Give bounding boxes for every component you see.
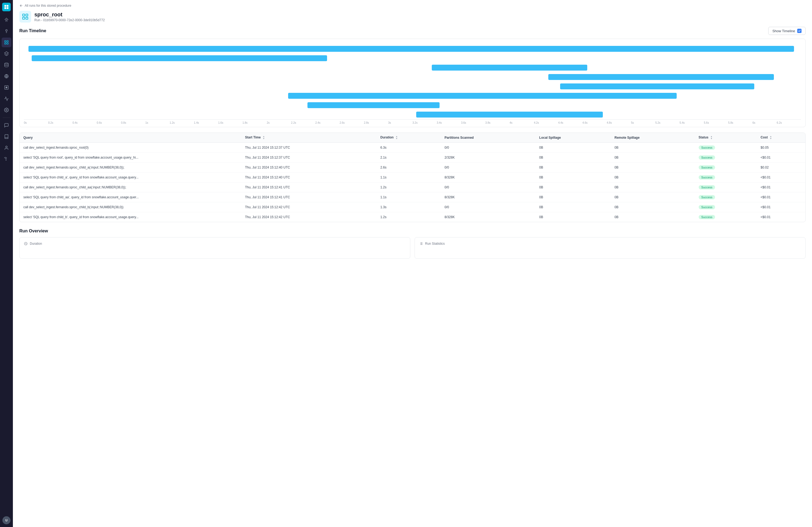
sidebar-item-building[interactable] [2,82,11,92]
cell-duration: 1.3s [377,202,441,212]
gantt-axis-label: 1.6s [218,121,243,124]
sidebar-item-book[interactable] [2,132,11,141]
cell-cost: <$0.01 [757,192,805,202]
table-row[interactable]: select 'SQL query from child_a', query_i… [19,172,805,182]
gantt-axis-label: 0s [24,121,48,124]
cell-partitions: 0/0 [441,202,535,212]
gantt-axis-label: 0.2s [48,121,72,124]
table-row[interactable]: call dev_select_ingest.fernando.sproc_ch… [19,163,805,172]
cell-cost: <$0.01 [757,202,805,212]
cell-local-spillage: 0B [535,182,611,192]
cell-remote-spillage: 0B [611,143,695,153]
col-start-time[interactable]: Start Time ▲▼ [241,133,376,143]
show-timeline-button[interactable]: Show Timeline [768,27,806,35]
col-status[interactable]: Status ▲▼ [695,133,757,143]
breadcrumb[interactable]: All runs for this stored procedure [19,4,806,7]
table-row[interactable]: call dev_select_ingest.fernando.sproc_ch… [19,202,805,212]
sidebar-item-home[interactable] [2,15,11,25]
gantt-axis-label: 5.4s [680,121,704,124]
cell-partitions: 0/0 [441,182,535,192]
cell-local-spillage: 0B [535,192,611,202]
svg-point-15 [6,160,6,161]
cell-query[interactable]: call dev_select_ingest.fernando.sproc_ch… [19,202,241,212]
gantt-bar[interactable] [307,102,439,108]
clock-icon [24,242,28,245]
table-row[interactable]: select 'SQL query from root', query_id f… [19,153,805,163]
sidebar-item-layers[interactable] [2,49,11,59]
svg-point-13 [6,109,7,111]
app-logo[interactable] [2,3,11,11]
table-row[interactable]: select 'SQL query from child_aa', query_… [19,192,805,202]
cell-start-time: Thu, Jul 11 2024 15:12:41 UTC [241,192,376,202]
timeline-checkbox[interactable] [797,29,801,33]
gantt-bar[interactable] [432,65,587,71]
table-row[interactable]: call dev_select_ingest.fernando.sproc_ch… [19,182,805,192]
cell-query[interactable]: select 'SQL query from child_b', query_i… [19,212,241,222]
cell-remote-spillage: 0B [611,202,695,212]
gantt-axis-label: 3.8s [485,121,509,124]
col-remote-spillage: Remote Spillage [611,133,695,143]
cell-status: Success [695,153,757,163]
svg-rect-1 [7,5,9,7]
sidebar-item-user[interactable] [2,143,11,153]
gantt-axis-label: 3.6s [461,121,485,124]
gantt-axis: 0s0.2s0.4s0.6s0.8s1s1.2s1.4s1.6s1.8s2s2.… [24,119,801,127]
cell-query[interactable]: select 'SQL query from root', query_id f… [19,153,241,163]
table-row[interactable]: call dev_select_ingest.fernando.sproc_ro… [19,143,805,153]
cell-query[interactable]: call dev_select_ingest.fernando.sproc_ro… [19,143,241,153]
gantt-axis-label: 4.2s [534,121,558,124]
gantt-bar[interactable] [32,55,327,61]
sproc-icon [22,13,29,20]
svg-point-14 [6,146,7,148]
col-cost[interactable]: Cost ▲▼ [757,133,805,143]
gantt-axis-label: 5s [631,121,655,124]
sidebar-item-settings[interactable] [2,105,11,115]
sidebar-item-dashboard[interactable] [2,37,11,47]
gantt-axis-label: 2.2s [291,121,315,124]
col-duration[interactable]: Duration ▲▼ [377,133,441,143]
table-body: call dev_select_ingest.fernando.sproc_ro… [19,143,805,222]
cell-start-time: Thu, Jul 11 2024 15:12:40 UTC [241,172,376,182]
cell-query[interactable]: select 'SQL query from child_aa', query_… [19,192,241,202]
svg-rect-20 [26,17,28,19]
gantt-bar[interactable] [560,84,755,89]
sidebar-item-activity[interactable] [2,94,11,104]
gantt-bar[interactable] [416,111,603,118]
page-subtitle: Run - 01b59970-0000-72e2-0000-3de910b5d7… [34,18,105,22]
svg-rect-8 [7,43,8,44]
svg-rect-2 [4,7,6,9]
cell-query[interactable]: select 'SQL query from child_a', query_i… [19,172,241,182]
gantt-axis-label: 4.4s [558,121,582,124]
breadcrumb-text: All runs for this stored procedure [25,4,71,7]
sidebar-item-chat[interactable] [2,120,11,130]
sidebar-item-signal[interactable] [2,154,11,164]
sidebar-item-lightbulb[interactable] [2,26,11,36]
table-row[interactable]: select 'SQL query from child_b', query_i… [19,212,805,222]
user-avatar[interactable]: U [2,516,11,524]
sidebar-item-database[interactable] [2,60,11,70]
gantt-axis-label: 3s [388,121,412,124]
gantt-bar[interactable] [548,74,773,80]
timeline-title: Run Timeline [19,28,46,33]
show-timeline-label: Show Timeline [772,29,795,33]
cell-status: Success [695,202,757,212]
gantt-bar[interactable] [288,93,677,99]
page-title: sproc_root [34,12,105,18]
svg-rect-3 [7,7,9,9]
gantt-axis-label: 4.8s [607,121,631,124]
gantt-axis-label: 1.4s [194,121,218,124]
svg-point-10 [4,63,8,64]
cell-query[interactable]: call dev_select_ingest.fernando.sproc_ch… [19,163,241,172]
gantt-axis-label: 2.8s [364,121,388,124]
svg-rect-19 [23,17,25,19]
cell-partitions: 0/0 [441,163,535,172]
cell-start-time: Thu, Jul 11 2024 15:12:37 UTC [241,143,376,153]
arrow-left-icon [19,4,23,7]
cell-query[interactable]: call dev_select_ingest.fernando.sproc_ch… [19,182,241,192]
gantt-bar[interactable] [28,46,794,52]
cell-remote-spillage: 0B [611,192,695,202]
cell-start-time: Thu, Jul 11 2024 15:12:41 UTC [241,182,376,192]
top-bar: All runs for this stored procedure sproc… [13,0,812,27]
gantt-axis-label: 4.6s [582,121,607,124]
sidebar-item-globe[interactable] [2,71,11,81]
